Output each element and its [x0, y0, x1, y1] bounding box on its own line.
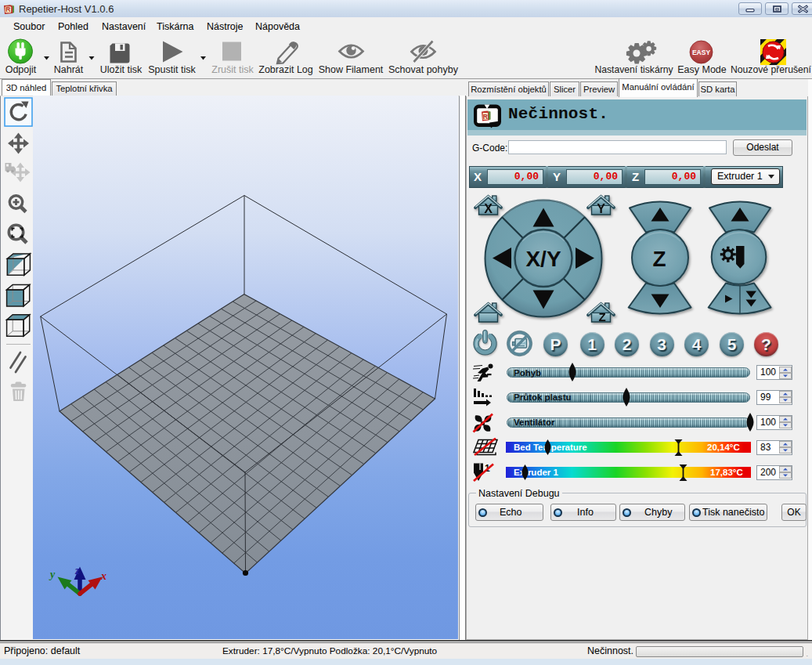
- svg-text:z: z: [74, 565, 80, 576]
- svg-text:R: R: [483, 113, 488, 121]
- svg-text:Y: Y: [597, 202, 605, 215]
- svg-text:R: R: [5, 5, 10, 13]
- svg-text:x: x: [100, 570, 106, 582]
- svg-text:y: y: [49, 569, 56, 580]
- svg-text:X/Y: X/Y: [525, 247, 561, 271]
- svg-text:Z: Z: [652, 247, 666, 271]
- svg-text:EASY: EASY: [692, 49, 710, 56]
- svg-text:Z: Z: [598, 310, 605, 323]
- svg-text:X: X: [484, 202, 493, 215]
